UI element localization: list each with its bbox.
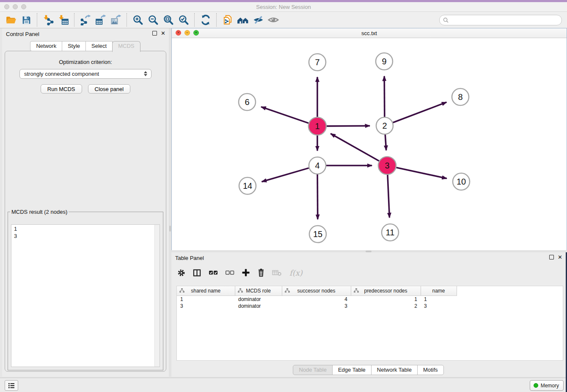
save-disk-icon: [21, 15, 32, 25]
column-header-predecessor-nodes[interactable]: predecessor nodes: [351, 286, 421, 296]
graph-node-6[interactable]: 6: [239, 94, 256, 110]
table-tab-network-table[interactable]: Network Table: [371, 365, 418, 375]
mcds-result-list[interactable]: 13: [11, 224, 160, 367]
table-settings-button[interactable]: [177, 269, 185, 277]
table-cell[interactable]: dominator: [235, 296, 282, 303]
window-title: Session: New Session: [0, 4, 567, 10]
export-network-button[interactable]: [78, 13, 93, 27]
delete-table-button[interactable]: [272, 269, 282, 276]
show-all-button[interactable]: [266, 13, 281, 27]
graph-node-4[interactable]: 4: [309, 157, 326, 174]
graph-edge-2-3[interactable]: [385, 135, 386, 150]
deselect-all-icon: [225, 269, 234, 276]
zoom-out-button[interactable]: [146, 13, 161, 27]
graph-edge-3-1[interactable]: [330, 134, 379, 161]
export-image-icon: [110, 14, 121, 25]
close-panel-icon[interactable]: ✕: [161, 31, 165, 36]
graph-edge-4-15[interactable]: [317, 174, 318, 219]
memory-button[interactable]: Memory: [530, 380, 564, 391]
zoom-in-button[interactable]: [130, 13, 146, 27]
graph-edge-2-9[interactable]: [384, 76, 385, 117]
apply-layout-button[interactable]: [198, 13, 213, 27]
table-cell[interactable]: 1: [177, 296, 235, 303]
float-panel-icon[interactable]: [549, 255, 554, 259]
table-row[interactable]: 1dominator411: [177, 296, 457, 303]
close-panel-button[interactable]: Close panel: [88, 84, 131, 94]
graph-node-9[interactable]: 9: [376, 53, 393, 70]
import-network-button[interactable]: [41, 13, 56, 27]
table-row[interactable]: 3dominator323: [177, 303, 457, 309]
delete-table-icon: [272, 269, 282, 276]
svg-text:14: 14: [243, 181, 252, 190]
table-tab-node-table[interactable]: Node Table: [293, 365, 333, 375]
graph-edge-3-11[interactable]: [388, 175, 389, 218]
table-cell[interactable]: dominator: [235, 303, 282, 309]
function-builder-button[interactable]: f(x): [289, 268, 303, 277]
table-cell[interactable]: 3: [421, 303, 457, 309]
zoom-selected-button[interactable]: [176, 13, 191, 27]
zoom-fit-button[interactable]: [161, 13, 176, 27]
first-neighbors-button[interactable]: [235, 13, 250, 27]
result-line: 1: [14, 225, 160, 232]
table-cell[interactable]: 3: [177, 303, 235, 309]
table-panel: Table Panel ✕: [171, 252, 566, 377]
import-table-button[interactable]: [56, 13, 71, 27]
graph-node-11[interactable]: 11: [382, 224, 399, 241]
column-header-mcds-role[interactable]: MCDS role: [235, 286, 282, 296]
graph-edge-1-6[interactable]: [261, 107, 308, 123]
tab-style[interactable]: Style: [62, 41, 86, 51]
network-canvas[interactable]: 7968124314101511: [172, 38, 567, 250]
add-column-button[interactable]: [242, 268, 250, 277]
delete-column-button[interactable]: [257, 268, 265, 277]
table-cell[interactable]: 1: [351, 296, 421, 303]
hide-selected-button[interactable]: [250, 13, 266, 27]
graph-node-15[interactable]: 15: [309, 226, 326, 243]
graph-edge-1-2[interactable]: [327, 126, 370, 126]
tab-select[interactable]: Select: [85, 41, 113, 51]
graph-node-7[interactable]: 7: [309, 54, 326, 71]
table-tab-motifs[interactable]: Motifs: [417, 365, 444, 375]
graph-node-8[interactable]: 8: [452, 88, 469, 105]
table-tab-edge-table[interactable]: Edge Table: [332, 365, 372, 375]
graph-edge-3-10[interactable]: [396, 168, 446, 179]
refresh-layout-icon: [200, 14, 211, 25]
save-session-button[interactable]: [19, 13, 34, 27]
criterion-select[interactable]: strongly connected component: [19, 69, 151, 79]
clone-network-button[interactable]: [220, 13, 235, 27]
table-cell[interactable]: 3: [282, 303, 351, 309]
graph-node-3[interactable]: 3: [378, 157, 396, 174]
float-panel-icon[interactable]: [152, 31, 157, 36]
table-cell[interactable]: 1: [421, 296, 457, 303]
close-panel-icon[interactable]: ✕: [558, 255, 562, 259]
search-input[interactable]: [449, 17, 561, 23]
mcds-result-title: MCDS result (2 nodes): [10, 209, 69, 215]
open-session-button[interactable]: [3, 13, 19, 27]
column-attribute-icon: [354, 288, 359, 293]
deselect-all-button[interactable]: [225, 269, 234, 276]
graph-node-10[interactable]: 10: [453, 173, 470, 190]
column-header-shared-name[interactable]: shared name: [177, 286, 235, 296]
splitter-grip[interactable]: [169, 226, 171, 232]
export-image-button[interactable]: [108, 13, 124, 27]
tab-mcds[interactable]: MCDS: [112, 41, 140, 52]
table-cell[interactable]: 2: [351, 303, 421, 309]
column-header-name[interactable]: name: [421, 286, 457, 296]
graph-node-1[interactable]: 1: [308, 117, 326, 135]
zoom-out-icon: [148, 14, 159, 25]
column-header-successor-nodes[interactable]: successor nodes: [282, 286, 351, 296]
run-mcds-button[interactable]: Run MCDS: [41, 84, 82, 94]
split-panes-button[interactable]: [193, 269, 201, 277]
graph-node-14[interactable]: 14: [239, 177, 256, 194]
svg-text:3: 3: [385, 161, 389, 170]
graph-edge-2-8[interactable]: [393, 102, 447, 122]
result-scrollbar[interactable]: [154, 225, 160, 367]
task-history-button[interactable]: [5, 380, 18, 391]
export-table-button[interactable]: [93, 13, 108, 27]
graph-node-2[interactable]: 2: [376, 117, 393, 134]
plus-icon: [242, 268, 250, 277]
graph-edge-4-14[interactable]: [262, 168, 309, 182]
export-table-icon: [95, 14, 106, 25]
select-all-button[interactable]: [209, 269, 218, 276]
tab-network[interactable]: Network: [30, 41, 62, 51]
table-cell[interactable]: 4: [282, 296, 351, 303]
